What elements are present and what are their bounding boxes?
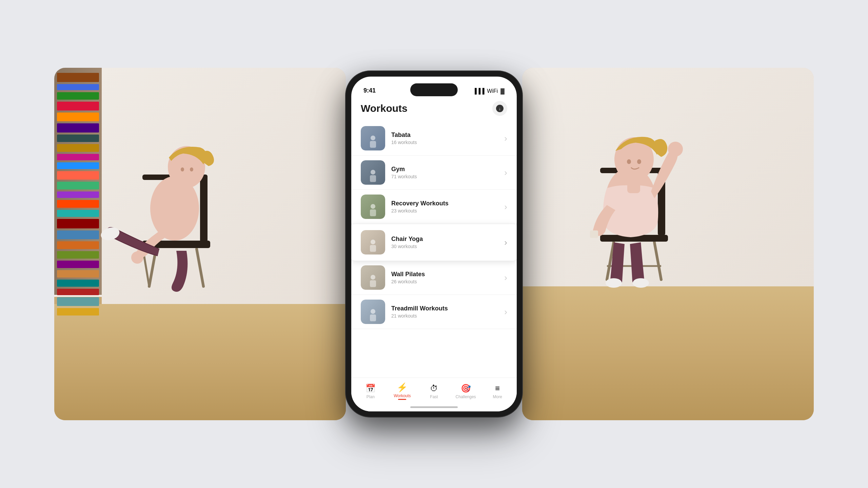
svg-point-21 (606, 278, 622, 288)
workout-thumb-treadmill (361, 300, 385, 324)
svg-rect-4 (200, 175, 208, 242)
workout-thumb-recovery (361, 195, 385, 219)
workout-item-chair-yoga[interactable]: Chair Yoga30 workouts› (351, 224, 517, 261)
svg-rect-27 (590, 230, 598, 238)
plan-tab-label: Plan (367, 394, 375, 399)
wifi-icon: WiFi (487, 88, 498, 94)
workout-count-treadmill: 21 workouts (391, 313, 504, 319)
book-spine (57, 73, 99, 82)
workouts-active-indicator (398, 399, 406, 400)
workout-item-tabata[interactable]: Tabata16 workouts› (351, 121, 517, 156)
svg-point-20 (668, 142, 683, 157)
workout-info-treadmill: Treadmill Workouts21 workouts (391, 305, 504, 319)
battery-icon: ▓ (500, 88, 505, 94)
workout-name-tabata: Tabata (391, 131, 504, 139)
workouts-tab-label: Workouts (394, 393, 411, 398)
person-figure-left (88, 117, 285, 354)
workout-count-chair-yoga: 30 workouts (391, 244, 504, 249)
workout-name-chair-yoga: Chair Yoga (391, 236, 504, 243)
workout-name-wall-pilates: Wall Pilates (391, 271, 504, 278)
app-title: Workouts (361, 103, 408, 114)
tab-fast[interactable]: ⏱Fast (418, 384, 450, 399)
chevron-right-icon-tabata: › (504, 133, 507, 144)
left-photo-panel (54, 68, 346, 420)
person-figure-right (539, 110, 743, 354)
svg-point-25 (627, 159, 631, 164)
tab-workouts[interactable]: ⚡Workouts (387, 383, 418, 400)
book-spine (57, 84, 99, 90)
download-button[interactable]: ↓ (492, 101, 507, 116)
workout-name-recovery: Recovery Workouts (391, 200, 504, 207)
workout-info-chair-yoga: Chair Yoga30 workouts (391, 236, 504, 249)
svg-line-1 (197, 249, 203, 286)
more-tab-label: More (493, 394, 502, 399)
right-photo-panel (522, 68, 814, 420)
svg-point-10 (181, 167, 184, 171)
download-icon: ↓ (496, 105, 504, 112)
fast-tab-icon: ⏱ (429, 384, 439, 393)
phone-content: 9:41 ▐▐▐ WiFi ▓ Workouts ↓ (351, 77, 517, 411)
workout-count-tabata: 16 workouts (391, 140, 504, 145)
chevron-right-icon-wall-pilates: › (504, 272, 507, 283)
workout-thumb-tabata (361, 126, 385, 150)
book-spine (57, 102, 99, 110)
chevron-right-icon-chair-yoga: › (504, 237, 507, 248)
chevron-right-icon-gym: › (504, 167, 507, 178)
workout-count-gym: 71 workouts (391, 174, 504, 179)
plan-tab-icon: 📅 (366, 384, 375, 393)
workout-item-gym[interactable]: Gym71 workouts› (351, 156, 517, 190)
phone-mockup: 9:41 ▐▐▐ WiFi ▓ Workouts ↓ (346, 71, 522, 417)
fast-tab-label: Fast (430, 394, 438, 399)
workout-item-recovery[interactable]: Recovery Workouts23 workouts› (351, 190, 517, 224)
svg-point-26 (637, 159, 641, 164)
svg-rect-12 (180, 186, 193, 198)
signal-icon: ▐▐▐ (473, 88, 484, 94)
svg-point-8 (131, 251, 143, 264)
workout-thumb-wall-pilates (361, 265, 385, 290)
workout-info-gym: Gym71 workouts (391, 166, 504, 179)
dynamic-island (410, 83, 458, 96)
book-spine (57, 92, 99, 100)
challenges-tab-icon: 🎯 (461, 384, 471, 393)
workout-info-recovery: Recovery Workouts23 workouts (391, 200, 504, 214)
workout-count-wall-pilates: 26 workouts (391, 279, 504, 284)
workout-thumb-gym (361, 160, 385, 185)
chevron-right-icon-treadmill: › (504, 307, 507, 317)
svg-rect-24 (627, 180, 640, 193)
workout-item-wall-pilates[interactable]: Wall Pilates26 workouts› (351, 261, 517, 295)
tab-plan[interactable]: 📅Plan (355, 384, 387, 399)
svg-line-14 (654, 242, 661, 280)
main-scene: 9:41 ▐▐▐ WiFi ▓ Workouts ↓ (27, 24, 841, 464)
app-header: Workouts ↓ (351, 97, 517, 121)
workout-name-gym: Gym (391, 166, 504, 173)
svg-point-11 (190, 167, 193, 171)
workout-info-tabata: Tabata16 workouts (391, 131, 504, 145)
home-indicator (410, 406, 458, 408)
chevron-right-icon-recovery: › (504, 202, 507, 212)
workout-info-wall-pilates: Wall Pilates26 workouts (391, 271, 504, 284)
workout-count-recovery: 23 workouts (391, 208, 504, 214)
workouts-tab-icon: ⚡ (397, 383, 407, 392)
phone-screen: 9:41 ▐▐▐ WiFi ▓ Workouts ↓ (351, 77, 517, 411)
workout-list: Tabata16 workouts› Gym71 workouts› Recov… (351, 121, 517, 378)
phone-shell: 9:41 ▐▐▐ WiFi ▓ Workouts ↓ (346, 71, 522, 417)
status-icons: ▐▐▐ WiFi ▓ (473, 88, 505, 94)
workout-item-treadmill[interactable]: Treadmill Workouts21 workouts› (351, 295, 517, 329)
tab-more[interactable]: ≡More (481, 384, 513, 399)
more-tab-icon: ≡ (493, 384, 502, 393)
workout-name-treadmill: Treadmill Workouts (391, 305, 504, 312)
status-time: 9:41 (363, 87, 376, 94)
workout-thumb-chair-yoga (361, 230, 385, 255)
challenges-tab-label: Challenges (456, 394, 476, 399)
svg-point-22 (633, 278, 649, 288)
tab-challenges[interactable]: 🎯Challenges (450, 384, 482, 399)
